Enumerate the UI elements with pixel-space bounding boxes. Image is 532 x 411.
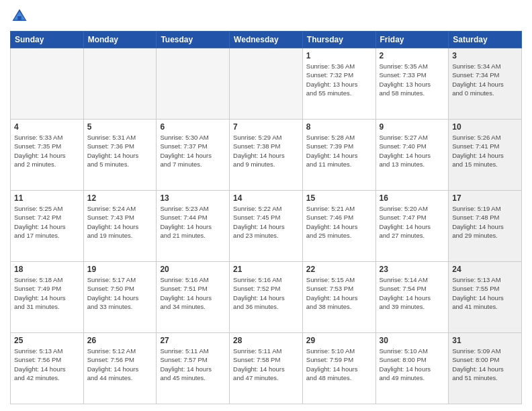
day-info: Sunrise: 5:27 AM Sunset: 7:40 PM Dayligh…	[380, 133, 445, 169]
calendar-header-saturday: Saturday	[449, 32, 522, 48]
day-info: Sunrise: 5:13 AM Sunset: 7:55 PM Dayligh…	[452, 275, 518, 311]
calendar-cell: 24Sunrise: 5:13 AM Sunset: 7:55 PM Dayli…	[449, 262, 522, 333]
day-number: 23	[380, 265, 445, 274]
day-number: 25	[14, 336, 80, 345]
day-info: Sunrise: 5:15 AM Sunset: 7:53 PM Dayligh…	[306, 275, 372, 311]
calendar-cell: 20Sunrise: 5:16 AM Sunset: 7:51 PM Dayli…	[157, 262, 230, 333]
day-number: 17	[452, 193, 518, 203]
calendar-header-friday: Friday	[375, 32, 449, 48]
day-info: Sunrise: 5:09 AM Sunset: 8:00 PM Dayligh…	[452, 347, 518, 382]
day-info: Sunrise: 5:22 AM Sunset: 7:45 PM Dayligh…	[233, 204, 299, 240]
day-info: Sunrise: 5:23 AM Sunset: 7:44 PM Dayligh…	[160, 204, 226, 240]
day-info: Sunrise: 5:26 AM Sunset: 7:41 PM Dayligh…	[452, 133, 518, 169]
day-info: Sunrise: 5:16 AM Sunset: 7:52 PM Dayligh…	[233, 275, 299, 311]
day-info: Sunrise: 5:19 AM Sunset: 7:48 PM Dayligh…	[452, 204, 518, 240]
calendar-cell: 14Sunrise: 5:22 AM Sunset: 7:45 PM Dayli…	[230, 191, 303, 262]
day-info: Sunrise: 5:17 AM Sunset: 7:50 PM Dayligh…	[87, 275, 153, 311]
day-number: 18	[14, 265, 80, 274]
day-number: 31	[452, 336, 518, 345]
day-info: Sunrise: 5:34 AM Sunset: 7:34 PM Dayligh…	[452, 62, 518, 97]
calendar-cell: 13Sunrise: 5:23 AM Sunset: 7:44 PM Dayli…	[157, 191, 230, 262]
day-number: 2	[380, 51, 445, 60]
calendar-cell: 6Sunrise: 5:30 AM Sunset: 7:37 PM Daylig…	[157, 120, 230, 191]
day-number: 20	[160, 265, 226, 274]
day-info: Sunrise: 5:33 AM Sunset: 7:35 PM Dayligh…	[14, 133, 80, 169]
calendar-cell: 2Sunrise: 5:35 AM Sunset: 7:33 PM Daylig…	[375, 48, 449, 120]
day-number: 21	[233, 265, 299, 274]
calendar-cell: 3Sunrise: 5:34 AM Sunset: 7:34 PM Daylig…	[449, 48, 522, 120]
day-number: 7	[233, 122, 299, 132]
calendar-cell: 5Sunrise: 5:31 AM Sunset: 7:36 PM Daylig…	[83, 120, 157, 191]
day-number: 14	[233, 193, 299, 203]
day-number: 5	[87, 122, 153, 132]
day-number: 29	[306, 336, 372, 345]
day-info: Sunrise: 5:31 AM Sunset: 7:36 PM Dayligh…	[87, 133, 153, 169]
calendar-cell	[230, 48, 303, 120]
calendar-cell	[157, 48, 230, 120]
calendar-cell: 18Sunrise: 5:18 AM Sunset: 7:49 PM Dayli…	[11, 262, 84, 333]
day-number: 16	[380, 193, 445, 203]
day-info: Sunrise: 5:10 AM Sunset: 8:00 PM Dayligh…	[380, 347, 445, 382]
calendar-header-monday: Monday	[83, 32, 157, 48]
day-number: 24	[452, 265, 518, 274]
day-number: 22	[306, 265, 372, 274]
day-number: 13	[160, 193, 226, 203]
calendar-table: SundayMondayTuesdayWednesdayThursdayFrid…	[10, 31, 522, 404]
day-info: Sunrise: 5:13 AM Sunset: 7:56 PM Dayligh…	[14, 347, 80, 382]
day-info: Sunrise: 5:12 AM Sunset: 7:56 PM Dayligh…	[87, 347, 153, 382]
day-number: 15	[306, 193, 372, 203]
logo-icon	[10, 7, 29, 26]
calendar-week-3: 11Sunrise: 5:25 AM Sunset: 7:42 PM Dayli…	[11, 191, 522, 262]
day-number: 27	[160, 336, 226, 345]
calendar-week-4: 18Sunrise: 5:18 AM Sunset: 7:49 PM Dayli…	[11, 262, 522, 333]
day-number: 12	[87, 193, 153, 203]
day-info: Sunrise: 5:25 AM Sunset: 7:42 PM Dayligh…	[14, 204, 80, 240]
calendar-week-2: 4Sunrise: 5:33 AM Sunset: 7:35 PM Daylig…	[11, 120, 522, 191]
day-number: 26	[87, 336, 153, 345]
calendar-cell: 26Sunrise: 5:12 AM Sunset: 7:56 PM Dayli…	[83, 333, 157, 404]
day-info: Sunrise: 5:35 AM Sunset: 7:33 PM Dayligh…	[380, 62, 445, 97]
calendar-cell: 17Sunrise: 5:19 AM Sunset: 7:48 PM Dayli…	[449, 191, 522, 262]
calendar-header-sunday: Sunday	[11, 32, 84, 48]
calendar-cell: 11Sunrise: 5:25 AM Sunset: 7:42 PM Dayli…	[11, 191, 84, 262]
day-number: 1	[306, 51, 372, 60]
logo	[10, 7, 32, 26]
calendar-header-tuesday: Tuesday	[157, 32, 230, 48]
day-number: 3	[452, 51, 518, 60]
day-info: Sunrise: 5:30 AM Sunset: 7:37 PM Dayligh…	[160, 133, 226, 169]
calendar-cell: 1Sunrise: 5:36 AM Sunset: 7:32 PM Daylig…	[302, 48, 375, 120]
calendar-cell: 23Sunrise: 5:14 AM Sunset: 7:54 PM Dayli…	[375, 262, 449, 333]
day-info: Sunrise: 5:11 AM Sunset: 7:57 PM Dayligh…	[160, 347, 226, 382]
calendar-cell: 9Sunrise: 5:27 AM Sunset: 7:40 PM Daylig…	[375, 120, 449, 191]
calendar-cell	[11, 48, 84, 120]
day-info: Sunrise: 5:18 AM Sunset: 7:49 PM Dayligh…	[14, 275, 80, 311]
day-number: 9	[380, 122, 445, 132]
calendar-cell: 15Sunrise: 5:21 AM Sunset: 7:46 PM Dayli…	[302, 191, 375, 262]
calendar-cell: 30Sunrise: 5:10 AM Sunset: 8:00 PM Dayli…	[375, 333, 449, 404]
day-number: 10	[452, 122, 518, 132]
day-number: 6	[160, 122, 226, 132]
day-number: 28	[233, 336, 299, 345]
header	[10, 7, 522, 26]
day-number: 30	[380, 336, 445, 345]
calendar-cell	[83, 48, 157, 120]
day-info: Sunrise: 5:11 AM Sunset: 7:58 PM Dayligh…	[233, 347, 299, 382]
day-info: Sunrise: 5:28 AM Sunset: 7:39 PM Dayligh…	[306, 133, 372, 169]
day-number: 11	[14, 193, 80, 203]
calendar-header-row: SundayMondayTuesdayWednesdayThursdayFrid…	[11, 32, 522, 48]
day-info: Sunrise: 5:29 AM Sunset: 7:38 PM Dayligh…	[233, 133, 299, 169]
day-info: Sunrise: 5:21 AM Sunset: 7:46 PM Dayligh…	[306, 204, 372, 240]
calendar-cell: 12Sunrise: 5:24 AM Sunset: 7:43 PM Dayli…	[83, 191, 157, 262]
calendar-cell: 16Sunrise: 5:20 AM Sunset: 7:47 PM Dayli…	[375, 191, 449, 262]
page: SundayMondayTuesdayWednesdayThursdayFrid…	[0, 0, 532, 411]
day-info: Sunrise: 5:20 AM Sunset: 7:47 PM Dayligh…	[380, 204, 445, 240]
calendar-cell: 4Sunrise: 5:33 AM Sunset: 7:35 PM Daylig…	[11, 120, 84, 191]
calendar-cell: 21Sunrise: 5:16 AM Sunset: 7:52 PM Dayli…	[230, 262, 303, 333]
calendar-cell: 7Sunrise: 5:29 AM Sunset: 7:38 PM Daylig…	[230, 120, 303, 191]
calendar-header-wednesday: Wednesday	[230, 32, 303, 48]
calendar-cell: 25Sunrise: 5:13 AM Sunset: 7:56 PM Dayli…	[11, 333, 84, 404]
day-number: 19	[87, 265, 153, 274]
calendar-cell: 10Sunrise: 5:26 AM Sunset: 7:41 PM Dayli…	[449, 120, 522, 191]
day-number: 4	[14, 122, 80, 132]
day-info: Sunrise: 5:14 AM Sunset: 7:54 PM Dayligh…	[380, 275, 445, 311]
